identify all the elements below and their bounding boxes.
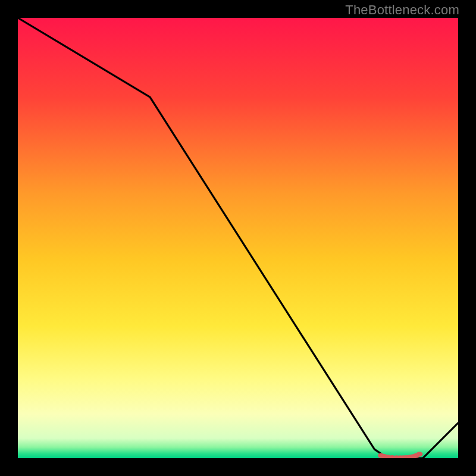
attribution-label: TheBottleneck.com	[345, 2, 459, 18]
marker-dot	[416, 452, 422, 456]
gradient-background	[18, 18, 458, 458]
chart-svg	[18, 18, 458, 458]
chart-frame: TheBottleneck.com	[0, 0, 476, 476]
plot-area	[18, 18, 458, 458]
